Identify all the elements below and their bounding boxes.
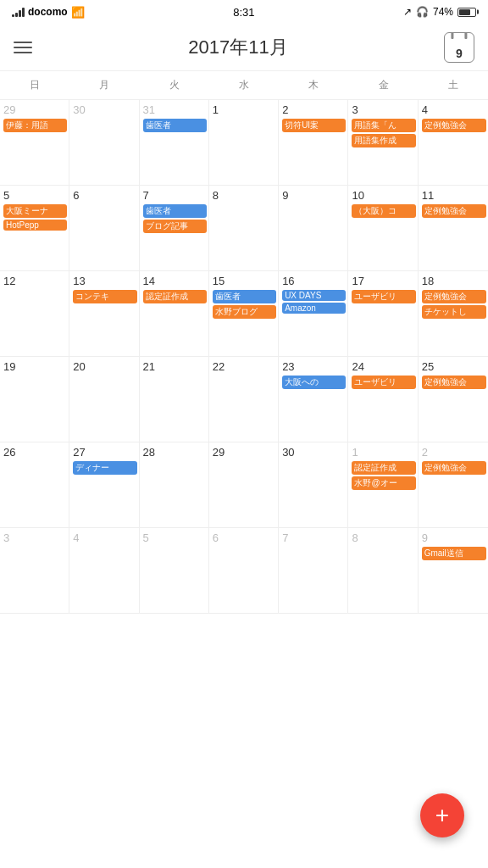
day-number: 9 xyxy=(282,189,346,202)
event[interactable]: ユーザビリ xyxy=(352,376,415,389)
day-cell[interactable]: 5 xyxy=(140,528,209,613)
day-cell[interactable]: 3 xyxy=(0,528,69,613)
today-date: 9 xyxy=(456,47,463,60)
day-cell[interactable]: 7歯医者ブログ記事 xyxy=(140,186,209,270)
day-cell[interactable]: 14認定証作成 xyxy=(140,271,209,356)
battery-label: 74% xyxy=(433,6,453,18)
status-bar: docomo 📶 8:31 ↗ 🎧 74% xyxy=(0,0,488,24)
day-cell[interactable]: 29伊藤：用語 xyxy=(0,100,69,185)
event[interactable]: ユーザビリ xyxy=(352,290,415,303)
event[interactable]: 定例勉強会 xyxy=(422,290,486,303)
day-cell[interactable]: 30 xyxy=(69,100,139,185)
day-cell[interactable]: 5大阪ミーナHotPepp xyxy=(0,186,69,270)
day-cell[interactable]: 13コンテキ xyxy=(69,271,139,356)
event[interactable]: 用語集「ん xyxy=(352,119,415,132)
day-cell[interactable]: 24ユーザビリ xyxy=(348,357,418,442)
day-cell[interactable]: 25定例勉強会 xyxy=(419,357,488,442)
day-header-月: 月 xyxy=(69,75,139,96)
day-number: 1 xyxy=(352,446,415,459)
day-number: 1 xyxy=(213,103,276,116)
day-header-土: 土 xyxy=(419,75,488,96)
day-cell[interactable]: 8 xyxy=(209,186,279,270)
day-cell[interactable]: 31歯医者 xyxy=(140,100,209,185)
battery-icon xyxy=(458,8,476,17)
day-number: 21 xyxy=(143,360,207,373)
location-icon: ↗ xyxy=(403,6,412,18)
day-number: 25 xyxy=(422,360,486,373)
day-cell[interactable]: 2定例勉強会 xyxy=(419,442,488,527)
event[interactable]: ブログ記事 xyxy=(143,220,207,233)
day-cell[interactable]: 4定例勉強会 xyxy=(419,100,488,185)
day-cell[interactable]: 30 xyxy=(279,442,348,527)
event[interactable]: 切符UI案 xyxy=(282,119,346,132)
day-cell[interactable]: 27ディナー xyxy=(69,442,139,527)
day-number: 12 xyxy=(3,275,67,287)
event[interactable]: 大阪ミーナ xyxy=(3,204,67,218)
day-header-日: 日 xyxy=(0,75,69,96)
day-cell[interactable]: 18定例勉強会チケットし xyxy=(419,271,488,356)
event[interactable]: ディナー xyxy=(73,461,136,475)
day-cell[interactable]: 22 xyxy=(209,357,279,442)
day-header-木: 木 xyxy=(279,75,348,96)
day-cell[interactable]: 20 xyxy=(69,357,139,442)
event[interactable]: 歯医者 xyxy=(143,119,207,132)
signal-icon xyxy=(12,7,25,17)
day-number: 22 xyxy=(213,360,276,373)
day-cell[interactable]: 9Gmail送信 xyxy=(419,528,488,613)
day-cell[interactable]: 1認定証作成水野@オー xyxy=(348,442,418,527)
day-cell[interactable]: 17ユーザビリ xyxy=(348,271,418,356)
day-cell[interactable]: 23大阪への xyxy=(279,357,348,442)
day-cell[interactable]: 8 xyxy=(348,528,418,613)
event[interactable]: 水野@オー xyxy=(352,476,415,490)
day-cell[interactable]: 4 xyxy=(69,528,139,613)
day-cell[interactable]: 3用語集「ん用語集作成 xyxy=(348,100,418,185)
day-cell[interactable]: 16UX DAYSAmazon xyxy=(279,271,348,356)
day-cell[interactable]: 6 xyxy=(69,186,139,270)
event[interactable]: 認定証作成 xyxy=(143,290,207,303)
event[interactable]: 大阪への xyxy=(282,376,346,389)
day-number: 17 xyxy=(352,275,415,287)
day-number: 2 xyxy=(422,446,486,459)
day-cell[interactable]: 6 xyxy=(209,528,279,613)
header-title: 2017年11月 xyxy=(188,35,287,60)
day-cell[interactable]: 11定例勉強会 xyxy=(419,186,488,270)
day-cell[interactable]: 1 xyxy=(209,100,279,185)
event[interactable]: 水野ブログ xyxy=(213,305,276,319)
event[interactable]: Gmail送信 xyxy=(422,547,486,560)
day-cell[interactable]: 2切符UI案 xyxy=(279,100,348,185)
day-cell[interactable]: 19 xyxy=(0,357,69,442)
week-row-5: 3456789Gmail送信 xyxy=(0,528,488,614)
event[interactable]: コンテキ xyxy=(73,290,136,303)
event[interactable]: 認定証作成 xyxy=(352,461,415,475)
day-cell[interactable]: 10（大阪）コ xyxy=(348,186,418,270)
event[interactable]: 歯医者 xyxy=(143,204,207,218)
event[interactable]: 定例勉強会 xyxy=(422,204,486,218)
day-cell[interactable]: 7 xyxy=(279,528,348,613)
day-cell[interactable]: 12 xyxy=(0,271,69,356)
day-number: 5 xyxy=(3,189,67,202)
event[interactable]: 定例勉強会 xyxy=(422,376,486,389)
menu-button[interactable] xyxy=(14,42,32,53)
day-number: 28 xyxy=(143,446,207,459)
day-cell[interactable]: 26 xyxy=(0,442,69,527)
event[interactable]: UX DAYS xyxy=(282,290,346,301)
weeks-container: 29伊藤：用語3031歯医者12切符UI案3用語集「ん用語集作成4定例勉強会5大… xyxy=(0,100,488,614)
day-number: 9 xyxy=(422,531,486,544)
event[interactable]: 用語集作成 xyxy=(352,134,415,147)
event[interactable]: （大阪）コ xyxy=(352,204,415,218)
day-cell[interactable]: 15歯医者水野ブログ xyxy=(209,271,279,356)
day-cell[interactable]: 29 xyxy=(209,442,279,527)
day-cell[interactable]: 28 xyxy=(140,442,209,527)
today-button[interactable]: 9 xyxy=(444,32,474,63)
day-header-火: 火 xyxy=(140,75,209,96)
event[interactable]: 伊藤：用語 xyxy=(3,119,67,132)
event[interactable]: HotPepp xyxy=(3,220,67,231)
event[interactable]: Amazon xyxy=(282,303,346,314)
event[interactable]: 歯医者 xyxy=(213,290,276,303)
event[interactable]: 定例勉強会 xyxy=(422,119,486,132)
add-event-button[interactable]: + xyxy=(420,793,464,837)
day-cell[interactable]: 9 xyxy=(279,186,348,270)
event[interactable]: チケットし xyxy=(422,305,486,319)
event[interactable]: 定例勉強会 xyxy=(422,461,486,475)
day-cell[interactable]: 21 xyxy=(140,357,209,442)
